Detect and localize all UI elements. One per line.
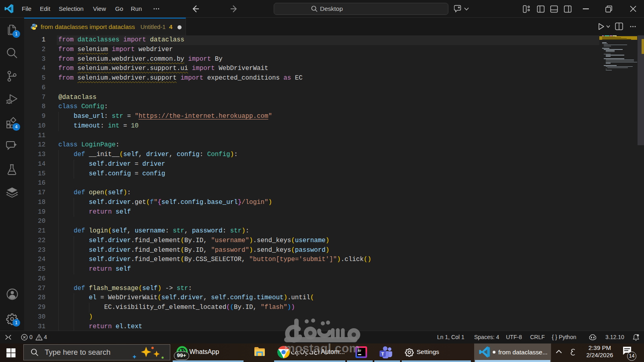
svg-text:T: T	[381, 352, 384, 356]
